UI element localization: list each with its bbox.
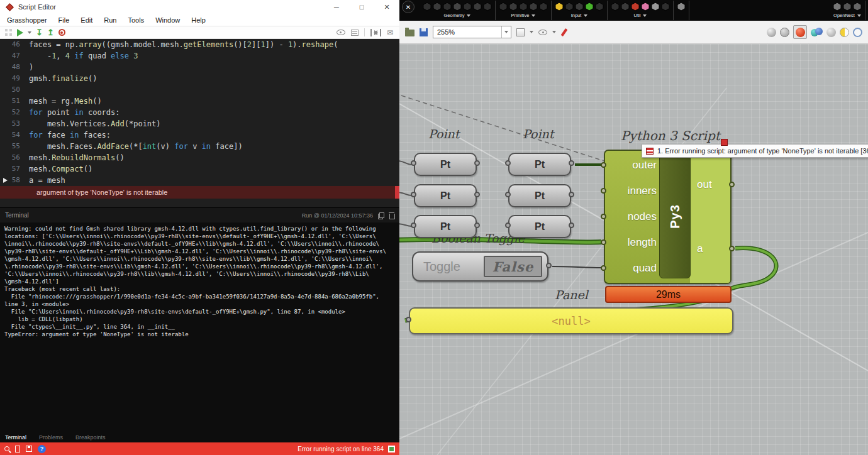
input-wire[interactable] bbox=[399, 161, 411, 165]
component-hex-icon[interactable] bbox=[453, 2, 462, 11]
snap-grid-icon[interactable] bbox=[516, 28, 525, 36]
component-hex-icon[interactable] bbox=[565, 2, 574, 11]
clear-output-icon[interactable] bbox=[389, 212, 394, 219]
tab-group-label[interactable] bbox=[677, 12, 686, 19]
component-hex-icon[interactable] bbox=[575, 2, 584, 11]
wireframe-sphere-icon[interactable] bbox=[780, 28, 789, 37]
half-shade-icon[interactable] bbox=[840, 28, 849, 37]
wire-toggle-to-quad[interactable] bbox=[552, 266, 601, 268]
gh-close-ball[interactable]: ✕ bbox=[402, 1, 415, 13]
save-icon[interactable] bbox=[26, 446, 32, 452]
component-hex-icon[interactable] bbox=[519, 2, 528, 11]
terminal-output[interactable]: Warning: could not find Gmsh shared libr… bbox=[0, 222, 399, 432]
title-bar[interactable]: Script Editor ─ □ ✕ bbox=[0, 0, 399, 14]
python-input-nub-nodes[interactable] bbox=[601, 214, 606, 219]
component-hex-icon[interactable] bbox=[473, 2, 482, 11]
pt-input-nub[interactable] bbox=[505, 192, 511, 197]
menu-window[interactable]: Window bbox=[150, 16, 186, 24]
python-input-nub-quad[interactable] bbox=[601, 265, 606, 271]
input-wire[interactable] bbox=[399, 192, 411, 195]
panel-input-nub[interactable] bbox=[406, 317, 411, 322]
tab-group-label[interactable]: Input bbox=[555, 12, 604, 19]
python-input-nodes[interactable]: nodes bbox=[606, 211, 657, 223]
code-line[interactable]: 52for point in coords: bbox=[0, 107, 399, 118]
component-hex-icon[interactable] bbox=[555, 2, 564, 11]
code-editor[interactable]: 46faces = np.array((gmsh.model.mesh.getE… bbox=[0, 39, 399, 186]
search-icon[interactable] bbox=[4, 446, 9, 451]
input-wire[interactable] bbox=[399, 224, 411, 226]
component-hex-icon[interactable] bbox=[853, 2, 862, 11]
point-param[interactable]: Pt bbox=[508, 215, 571, 238]
python-error-bubble-icon[interactable] bbox=[721, 139, 728, 146]
panels-icon[interactable] bbox=[5, 29, 8, 31]
component-tab-group-opennest[interactable]: OpenNest bbox=[830, 1, 865, 20]
component-hex-icon[interactable] bbox=[833, 2, 842, 11]
component-tab-group-primitive[interactable]: Primitive bbox=[496, 1, 552, 20]
minimize-button[interactable]: ─ bbox=[324, 0, 349, 14]
runtime-badge[interactable]: 29ms bbox=[605, 286, 732, 303]
component-hex-icon[interactable] bbox=[611, 2, 620, 11]
zoom-dropdown[interactable]: 255% bbox=[433, 26, 511, 38]
tab-problems[interactable]: Problems bbox=[39, 434, 63, 441]
pt-output-nub[interactable] bbox=[474, 222, 480, 228]
python-input-nub-length[interactable] bbox=[601, 239, 606, 245]
tab-terminal[interactable]: Terminal bbox=[5, 434, 26, 441]
pt-output-nub[interactable] bbox=[474, 160, 480, 166]
component-tab-group-input[interactable]: Input bbox=[552, 1, 608, 20]
code-line[interactable]: 57mesh.Compact() bbox=[0, 163, 399, 175]
code-line[interactable]: 49gmsh.finalize() bbox=[0, 73, 399, 84]
component-hex-icon[interactable] bbox=[661, 2, 670, 11]
component-hex-icon[interactable] bbox=[483, 2, 492, 11]
tab-caret-icon[interactable] bbox=[467, 14, 470, 17]
tab-caret-icon[interactable] bbox=[643, 14, 647, 17]
python-input-nub-outer[interactable] bbox=[601, 162, 606, 168]
pt-input-nub[interactable] bbox=[411, 160, 416, 166]
component-hex-icon[interactable] bbox=[651, 2, 660, 11]
python3-script-component[interactable]: Py3 outerinnersnodeslengthquadouta bbox=[604, 150, 732, 284]
component-tab-group-util[interactable]: Util bbox=[608, 1, 674, 20]
open-file-icon[interactable] bbox=[405, 30, 415, 36]
tab-breakpoints[interactable]: Breakpoints bbox=[75, 434, 106, 441]
code-line[interactable]: 54for face in faces: bbox=[0, 129, 399, 141]
boolean-toggle-component[interactable]: Toggle False bbox=[412, 251, 548, 282]
tab-caret-icon[interactable] bbox=[584, 14, 587, 17]
close-button[interactable]: ✕ bbox=[374, 0, 399, 14]
code-line[interactable]: 46faces = np.array((gmsh.model.mesh.getE… bbox=[0, 39, 399, 50]
point-param[interactable]: Pt bbox=[414, 184, 477, 207]
menu-grasshopper[interactable]: Grasshopper bbox=[1, 16, 53, 24]
menu-help[interactable]: Help bbox=[186, 16, 211, 24]
sketch-pen-icon[interactable] bbox=[561, 28, 568, 36]
python-input-inners[interactable]: inners bbox=[606, 185, 657, 197]
component-tab-group-geometry[interactable]: Geometry bbox=[420, 1, 496, 20]
file-icon[interactable] bbox=[15, 446, 20, 452]
output-list-icon[interactable] bbox=[351, 30, 359, 36]
python-center-bar[interactable]: Py3 bbox=[659, 155, 691, 278]
pt-input-nub[interactable] bbox=[505, 160, 511, 166]
code-line[interactable]: 58a = mesh bbox=[0, 175, 399, 186]
step-out-icon[interactable]: ↥ bbox=[47, 28, 54, 36]
dock-right-icon[interactable] bbox=[379, 29, 381, 36]
ring-display-icon[interactable] bbox=[853, 28, 862, 37]
status-script-icon[interactable] bbox=[388, 446, 395, 452]
component-hex-icon[interactable] bbox=[539, 2, 548, 11]
feedback-mail-icon[interactable]: ✉ bbox=[387, 29, 393, 36]
tab-group-label[interactable]: Primitive bbox=[499, 12, 548, 19]
component-hex-icon[interactable] bbox=[423, 2, 431, 11]
display-sphere-icon[interactable] bbox=[767, 28, 776, 37]
python-output-out[interactable]: out bbox=[697, 178, 712, 191]
component-hex-icon[interactable] bbox=[585, 2, 594, 11]
save-file-icon[interactable] bbox=[420, 28, 428, 36]
code-line[interactable]: 47 -1, 4 if quad else 3 bbox=[0, 50, 399, 62]
component-hex-icon[interactable] bbox=[843, 2, 852, 11]
scrollbar-error-marker[interactable] bbox=[395, 186, 399, 199]
copy-output-icon[interactable] bbox=[378, 212, 384, 219]
tab-group-label[interactable]: Geometry bbox=[423, 12, 492, 19]
component-tab-group[interactable] bbox=[674, 1, 689, 20]
python-input-length[interactable]: length bbox=[606, 236, 657, 249]
shaded-mode-button[interactable] bbox=[793, 25, 807, 39]
python-output-nub-out[interactable] bbox=[729, 182, 735, 187]
preview-caret-icon[interactable] bbox=[552, 31, 556, 33]
gh-canvas[interactable]: Point Point Python 3 Script Boolean Togg… bbox=[399, 44, 868, 455]
pt-output-nub[interactable] bbox=[569, 160, 574, 166]
tab-group-label[interactable]: Util bbox=[611, 12, 670, 19]
